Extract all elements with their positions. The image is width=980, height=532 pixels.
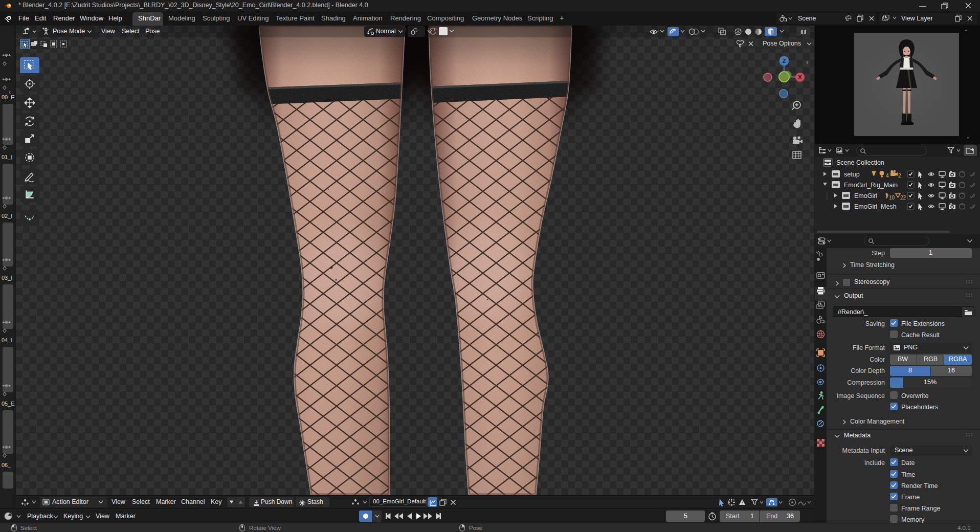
svg-text:setup: setup bbox=[844, 171, 860, 178]
svg-text:03_I: 03_I bbox=[2, 275, 12, 281]
svg-text:EmoGirl_Rig_Main: EmoGirl_Rig_Main bbox=[844, 182, 898, 189]
svg-text:06_: 06_ bbox=[2, 462, 11, 468]
svg-text:EmoGirl: EmoGirl bbox=[854, 192, 877, 199]
svg-text:Scene Collection: Scene Collection bbox=[836, 159, 884, 166]
svg-text:X: X bbox=[798, 74, 802, 80]
svg-text:01_I: 01_I bbox=[2, 154, 12, 160]
svg-text:10: 10 bbox=[889, 195, 895, 201]
svg-text:04_I: 04_I bbox=[2, 337, 12, 343]
svg-text:05_E: 05_E bbox=[2, 401, 15, 407]
svg-text:22: 22 bbox=[900, 195, 906, 201]
svg-text:02_I: 02_I bbox=[2, 213, 12, 219]
svg-text:4: 4 bbox=[886, 173, 889, 179]
svg-text:00_E: 00_E bbox=[2, 94, 15, 100]
svg-text:Z: Z bbox=[783, 58, 786, 64]
svg-text:2: 2 bbox=[898, 173, 901, 179]
svg-text:EmoGirl_Mesh: EmoGirl_Mesh bbox=[854, 203, 897, 210]
